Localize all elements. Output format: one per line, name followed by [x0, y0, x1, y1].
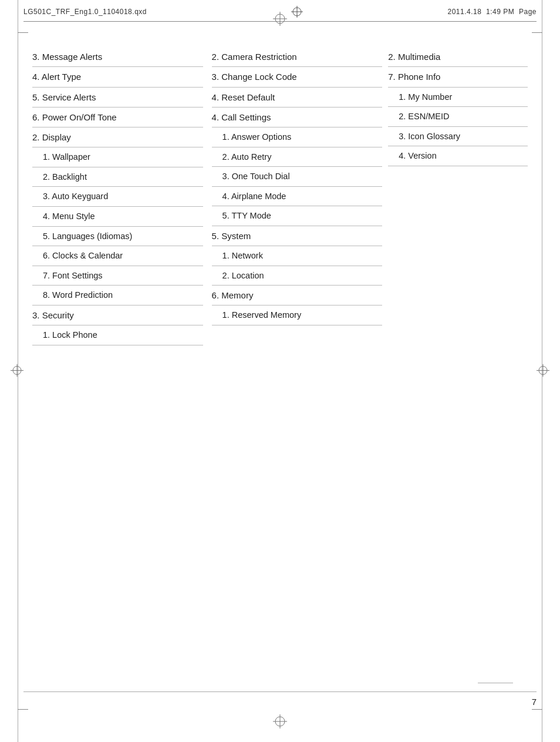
top-crosshair-icon — [273, 12, 287, 28]
menu-item-col2-2: 4. Reset Default — [212, 88, 383, 108]
menu-item-col3-4: 3. Icon Glossary — [388, 127, 528, 147]
menu-item-col3-5: 4. Version — [388, 146, 528, 166]
footer: 7 — [23, 691, 537, 707]
header-center — [291, 6, 303, 18]
menu-item-col1-11: 7. Font Settings — [32, 266, 203, 286]
menu-item-col2-9: 5. System — [212, 226, 383, 246]
column-1: 3. Message Alerts4. Alert Type5. Service… — [32, 47, 203, 648]
menu-item-col1-3: 6. Power On/Off Tone — [32, 108, 203, 127]
menu-item-col1-1: 4. Alert Type — [32, 67, 203, 87]
menu-item-col1-13: 3. Security — [32, 305, 203, 325]
menu-item-col2-0: 2. Camera Restriction — [212, 47, 383, 67]
menu-item-col1-10: 6. Clocks & Calendar — [32, 246, 203, 266]
header-filename: LG501C_TRF_Eng1.0_1104018.qxd — [23, 8, 147, 16]
corner-mark-br — [532, 709, 542, 710]
menu-item-col2-1: 3. Change Lock Code — [212, 67, 383, 87]
menu-item-col2-6: 3. One Touch Dial — [212, 167, 383, 187]
header-datetime: 2011.4.18 1:49 PM Page — [448, 8, 537, 16]
menu-item-col1-7: 3. Auto Keyguard — [32, 187, 203, 207]
page-number: 7 — [532, 697, 537, 707]
menu-item-col2-5: 2. Auto Retry — [212, 147, 383, 167]
menu-item-col1-8: 4. Menu Style — [32, 207, 203, 227]
crosshair-icon — [291, 6, 303, 18]
side-crosshair-left-icon — [11, 364, 23, 378]
corner-mark-tr — [532, 32, 542, 33]
menu-item-col1-12: 8. Word Prediction — [32, 286, 203, 305]
corner-mark-bl — [18, 709, 28, 710]
menu-item-col3-3: 2. ESN/MEID — [388, 107, 528, 127]
menu-item-col1-6: 2. Backlight — [32, 167, 203, 187]
corner-mark-tl — [18, 32, 28, 33]
menu-item-col3-1: 7. Phone Info — [388, 67, 528, 87]
menu-item-col1-0: 3. Message Alerts — [32, 47, 203, 67]
footer-line — [478, 683, 513, 683]
menu-item-col1-5: 1. Wallpaper — [32, 147, 203, 167]
menu-item-col2-3: 4. Call Settings — [212, 108, 383, 127]
menu-item-col2-10: 1. Network — [212, 246, 383, 266]
menu-item-col2-13: 1. Reserved Memory — [212, 305, 383, 325]
column-3: 2. Multimedia7. Phone Info1. My Number2.… — [382, 47, 528, 648]
side-crosshair-right-icon — [537, 364, 549, 378]
column-2: 2. Camera Restriction3. Change Lock Code… — [203, 47, 383, 648]
menu-item-col3-0: 2. Multimedia — [388, 47, 528, 67]
menu-item-col2-11: 2. Location — [212, 266, 383, 286]
menu-item-col1-14: 1. Lock Phone — [32, 325, 203, 345]
menu-item-col3-2: 1. My Number — [388, 88, 528, 108]
menu-item-col2-8: 5. TTY Mode — [212, 206, 383, 226]
bottom-crosshair-icon — [273, 714, 287, 730]
menu-item-col1-4: 2. Display — [32, 127, 203, 147]
menu-item-col1-9: 5. Languages (Idiomas) — [32, 227, 203, 247]
menu-item-col1-2: 5. Service Alerts — [32, 88, 203, 108]
menu-item-col2-12: 6. Memory — [212, 286, 383, 305]
menu-item-col2-4: 1. Answer Options — [212, 127, 383, 147]
main-content: 3. Message Alerts4. Alert Type5. Service… — [32, 47, 528, 648]
menu-item-col2-7: 4. Airplane Mode — [212, 187, 383, 207]
